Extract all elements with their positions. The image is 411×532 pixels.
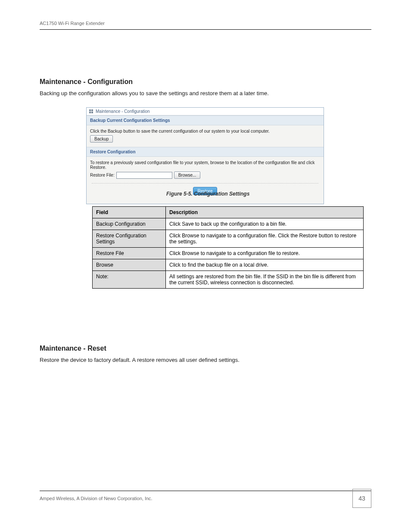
cell-field: Browse — [93, 259, 166, 271]
backup-button[interactable]: Backup — [90, 135, 113, 143]
cell-field-note: Note: — [93, 271, 166, 289]
table-row: Restore Configuration Settings Click Bro… — [93, 230, 364, 248]
cell-field: Backup Configuration — [93, 218, 166, 230]
restore-file-input[interactable] — [116, 172, 172, 179]
restore-file-label: Restore File: — [90, 173, 115, 177]
backup-description: Click the Backup button to save the curr… — [90, 129, 320, 134]
header-rule — [40, 29, 371, 30]
restore-section-header: Restore Configuration — [87, 147, 324, 157]
backup-section-body: Click the Backup button to save the curr… — [87, 125, 324, 147]
breadcrumb-text: Maintenance - Configuration — [96, 109, 150, 114]
divider-dotted — [92, 183, 318, 184]
page-number: 43 — [352, 489, 371, 508]
cell-desc: Click Save to back up the configuration … — [166, 218, 364, 230]
section-heading-reset: Maintenance - Reset — [40, 345, 106, 352]
breadcrumb: Maintenance - Configuration — [87, 108, 324, 115]
footer-company: Amped Wireless, A Division of Newo Corpo… — [40, 496, 153, 501]
table-row: Backup Configuration Click Save to back … — [93, 218, 364, 230]
cell-desc: Click to find the backup file on a local… — [166, 259, 364, 271]
browse-button[interactable]: Browse... — [174, 171, 201, 179]
table-row: Browse Click to find the backup file on … — [93, 259, 364, 271]
header-product: AC1750 Wi-Fi Range Extender — [40, 21, 105, 26]
cell-field: Restore Configuration Settings — [93, 230, 166, 248]
config-screenshot-panel: Maintenance - Configuration Backup Curre… — [86, 107, 324, 204]
table-row: Restore File Click Browse to navigate to… — [93, 248, 364, 259]
restore-description: To restore a previously saved configurat… — [90, 160, 320, 170]
table-row: Note: All settings are restored from the… — [93, 271, 364, 289]
section-heading-configuration: Maintenance - Configuration — [40, 78, 133, 86]
field-description-table: Field Description Backup Configuration C… — [92, 206, 364, 289]
cell-desc: Click Browse to navigate to a configurat… — [166, 230, 364, 248]
cell-desc: Click Browse to navigate to a configurat… — [166, 248, 364, 259]
footer-rule — [40, 491, 371, 491]
section-intro-text: Backing up the configuration allows you … — [40, 90, 371, 97]
grid-icon — [89, 109, 93, 113]
cell-desc: All settings are restored from the bin f… — [166, 271, 364, 289]
figure-caption: Figure 5-5. Configuration Settings — [166, 191, 249, 197]
table-header-description: Description — [166, 207, 364, 218]
reset-body-text: Restore the device to factory default. A… — [40, 356, 371, 364]
cell-field: Restore File — [93, 248, 166, 259]
table-header-field: Field — [93, 207, 166, 218]
backup-section-header: Backup Current Configuration Settings — [87, 115, 324, 125]
